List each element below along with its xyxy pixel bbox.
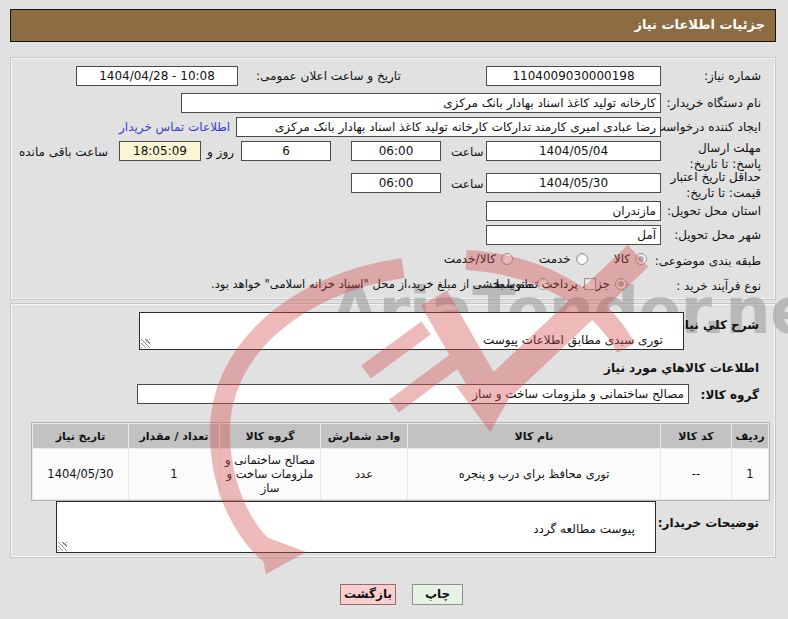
radio-goods-service-icon[interactable] — [501, 253, 513, 265]
print-button[interactable]: چاپ — [412, 584, 463, 605]
need-description-textarea[interactable]: توری سبدی مطابق اطلاعات پیوست — [139, 312, 684, 350]
treasury-checkbox-icon[interactable] — [584, 278, 596, 290]
category-option-service-label: خدمت — [539, 252, 571, 266]
col-unit: واحد شمارش — [321, 424, 407, 448]
announce-datetime-input[interactable]: 1404/04/28 - 10:08 — [76, 66, 238, 86]
buyer-org-input[interactable]: کارخانه تولید کاغذ اسناد بهادار بانک مرک… — [181, 93, 661, 113]
treasury-checkbox-label: پرداخت تمام یا بخشی از مبلغ خرید،از محل … — [211, 277, 578, 291]
items-section-title: اطلاعات کالاهاي مورد نیاز — [604, 361, 759, 377]
col-quantity: تعداد / مقدار — [129, 424, 219, 448]
cell-unit: عدد — [321, 449, 407, 499]
col-group: گروه کالا — [220, 424, 320, 448]
need-description-label: شرح کلي نیاز: — [673, 318, 759, 334]
process-type-label: نوع فرآیند خرید : — [676, 279, 761, 295]
cell-group: مصالح ساختمانی و ملزومات ساخت و ساز — [220, 449, 320, 499]
need-number-label: شماره نیاز: — [704, 69, 761, 85]
table-row: 1 -- توری محافظ برای درب و پنجره عدد مصا… — [33, 449, 768, 499]
col-item-name: نام کالا — [408, 424, 660, 448]
item-group-label: گروه کالا: — [701, 388, 759, 404]
cell-item-code: -- — [661, 449, 731, 499]
col-need-date: تاریخ نیاز — [33, 424, 128, 448]
buyer-notes-textarea[interactable]: پیوست مطالعه گردد — [56, 501, 656, 553]
general-info-panel: شماره نیاز: 1104009030000198 تاریخ و ساع… — [10, 57, 776, 300]
reply-deadline-hour-label: ساعت — [451, 145, 484, 161]
countdown-timer: 18:05:09 — [119, 141, 201, 161]
items-table-header-row: ردیف کد کالا نام کالا واحد شمارش گروه کا… — [33, 424, 768, 448]
city-input[interactable]: آمل — [486, 225, 661, 245]
days-and-label: روز و — [207, 145, 234, 161]
announce-datetime-label: تاریخ و ساعت اعلان عمومی: — [256, 69, 401, 85]
cell-quantity: 1 — [129, 449, 219, 499]
price-validity-time-input[interactable]: 06:00 — [351, 173, 441, 193]
need-number-input[interactable]: 1104009030000198 — [486, 66, 661, 86]
remaining-days-input[interactable]: 6 — [241, 141, 331, 161]
province-label: استان محل تحویل: — [667, 204, 761, 220]
province-input[interactable]: مازندران — [486, 201, 661, 221]
reply-deadline-date-input[interactable]: 1404/05/04 — [486, 141, 661, 161]
category-options: کالا خدمت کالا/خدمت — [444, 252, 647, 266]
need-details-page: { "header": { "title": "جزئیات اطلاعات ن… — [0, 0, 788, 619]
radio-service-icon[interactable] — [576, 253, 588, 265]
category-option-service[interactable]: خدمت — [539, 252, 588, 266]
price-validity-label: حداقل تاریخ اعتبار قیمت: تا تاریخ: — [666, 170, 761, 201]
need-description-text: توری سبدی مطابق اطلاعات پیوست — [483, 333, 663, 347]
requester-label: ایجاد کننده درخواست: — [650, 120, 761, 136]
items-panel: شرح کلي نیاز: توری سبدی مطابق اطلاعات پی… — [10, 303, 776, 558]
item-group-input[interactable]: مصالح ساختمانی و ملزومات ساخت و ساز — [137, 384, 689, 404]
category-option-goods-label: کالا — [614, 252, 630, 266]
radio-minor-icon[interactable] — [615, 278, 627, 290]
buyer-notes-text: پیوست مطالعه گردد — [533, 522, 634, 536]
hours-remaining-label: ساعت باقی مانده — [19, 145, 108, 161]
buyer-org-label: نام دستگاه خریدار: — [667, 96, 762, 112]
resize-handle-icon[interactable] — [58, 542, 67, 551]
cell-item-name: توری محافظ برای درب و پنجره — [408, 449, 660, 499]
col-row-number: ردیف — [732, 424, 768, 448]
category-option-goods-service[interactable]: کالا/خدمت — [444, 252, 513, 266]
treasury-payment-option: پرداخت تمام یا بخشی از مبلغ خرید،از محل … — [211, 277, 596, 291]
back-button[interactable]: بازگشت — [340, 584, 396, 605]
requester-input[interactable]: رضا عبادی امیری کارمند تدارکات کارخانه ت… — [236, 117, 661, 137]
buyer-notes-label: توضیحات خریدار: — [658, 516, 759, 532]
page-title: جزئیات اطلاعات نیاز — [10, 9, 776, 42]
price-validity-date-input[interactable]: 1404/05/30 — [486, 173, 661, 193]
city-label: شهر محل تحویل: — [674, 228, 761, 244]
cell-row-number: 1 — [732, 449, 768, 499]
radio-goods-icon[interactable] — [635, 253, 647, 265]
category-option-goods-service-label: کالا/خدمت — [444, 252, 496, 266]
col-item-code: کد کالا — [661, 424, 731, 448]
resize-handle-icon[interactable] — [141, 339, 150, 348]
price-validity-hour-label: ساعت — [451, 177, 484, 193]
items-table: ردیف کد کالا نام کالا واحد شمارش گروه کا… — [31, 422, 770, 501]
reply-deadline-label: مهلت ارسال پاسخ: تا تاریخ: — [675, 141, 761, 172]
category-label: طبقه بندی موضوعی: — [655, 254, 761, 270]
buyer-contact-link[interactable]: اطلاعات تماس خریدار — [119, 120, 230, 134]
reply-deadline-time-input[interactable]: 06:00 — [351, 141, 441, 161]
category-option-goods[interactable]: کالا — [614, 252, 647, 266]
cell-need-date: 1404/05/30 — [33, 449, 128, 499]
